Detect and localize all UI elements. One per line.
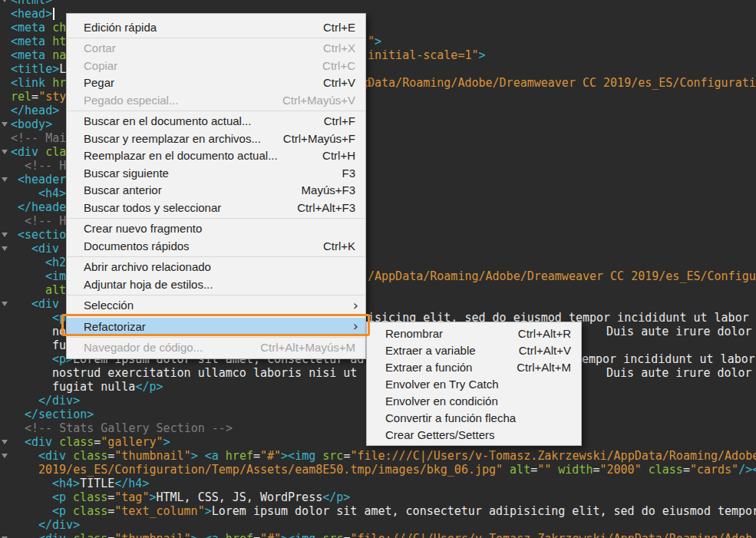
- refactor-submenu-item-renombrar[interactable]: RenombrarCtrl+Alt+R: [367, 325, 581, 342]
- menu-item-shortcut: Ctrl+C: [322, 59, 355, 72]
- code-string: "file:///C|/Users/v-Tomasz.Zakrzewski/Ap…: [350, 449, 756, 463]
- code-text: =: [253, 532, 260, 538]
- menu-item-label: Envolver en condición: [385, 394, 498, 408]
- menu-item-shortcut: Ctrl+Mayús+V: [282, 94, 355, 107]
- code-tag: </head>: [11, 104, 59, 117]
- menu-item-label: Adjuntar hoja de estilos...: [84, 278, 213, 291]
- code-tag: > <a: [191, 532, 226, 538]
- code-string: "file:///C|/Users/v-Tomasz.Zakrzewski/Ap…: [350, 532, 752, 538]
- context-menu-item-buscar-todos-y-seleccionar[interactable]: Buscar todos y seleccionarCtrl+Alt+F3: [67, 199, 365, 216]
- menu-separator: [68, 256, 365, 257]
- context-menu-item-buscar-anterior[interactable]: Buscar anteriorMayús+F3: [67, 182, 365, 200]
- menu-item-shortcut: Mayús+F3: [302, 183, 355, 196]
- menu-item-label: Edición rápida: [84, 21, 157, 34]
- code-text: =: [530, 463, 537, 477]
- code-tag: </div>: [38, 518, 80, 532]
- menu-separator: [68, 315, 365, 316]
- menu-item-label: Crear nuevo fragmento: [84, 222, 202, 235]
- code-fold-toggle-icon[interactable]: [2, 302, 8, 306]
- code-line: <!-- Stats Gallery Section -->: [25, 421, 233, 435]
- code-text: Lorem ipsum dolor sit amet, consectetur …: [212, 504, 756, 518]
- context-menu-item-edicion-rapida[interactable]: Edición rápidaCtrl+E: [67, 18, 365, 36]
- code-string: "": [537, 463, 551, 477]
- refactor-submenu-item-envolver-en-condicion[interactable]: Envolver en condición: [367, 392, 581, 409]
- code-tag: </div>: [38, 394, 80, 408]
- code-fold-toggle-icon[interactable]: [2, 440, 8, 444]
- code-string: /AppData/Roaming/Adobe/Dreamweaver CC 20…: [368, 269, 756, 283]
- code-tag: <p: [52, 490, 73, 504]
- code-line: </head>: [11, 104, 59, 117]
- code-line: <div class="gallery">: [25, 435, 170, 449]
- code-line: <h4>TITLE</h4>: [52, 477, 149, 490]
- code-line: <div class="thumbnail"> <a href="#"><img…: [38, 449, 756, 463]
- menu-item-shortcut: Ctrl+Alt+R: [518, 327, 571, 340]
- code-attribute: class: [73, 490, 107, 504]
- refactor-submenu-item-envolver-en-try-catch[interactable]: Envolver en Try Catch: [367, 375, 581, 392]
- menu-item-label: Extraer a variable: [385, 344, 476, 357]
- menu-item-label: Buscar siguiente: [84, 167, 169, 180]
- code-string: initial-scale=1": [368, 48, 479, 62]
- refactor-submenu-item-crear-getters-setters[interactable]: Crear Getters/Setters: [367, 426, 581, 443]
- code-fold-toggle-icon[interactable]: [2, 150, 8, 154]
- menu-item-shortcut: Ctrl+Alt+Mayús+M: [260, 341, 355, 354]
- code-attribute: class: [59, 435, 94, 449]
- context-menu-item-buscar-siguiente[interactable]: Buscar siguienteF3: [67, 164, 365, 182]
- code-tag: /><: [738, 463, 756, 477]
- refactor-submenu-item-extraer-a-funcion[interactable]: Extraer a funciónCtrl+Alt+M: [367, 358, 581, 375]
- menu-item-shortcut: Ctrl+Alt+V: [519, 344, 571, 357]
- code-tag: <div: [25, 435, 59, 449]
- code-text: empor incididunt ut labor: [582, 352, 755, 366]
- code-text: Duis aute irure dolor in: [606, 325, 756, 338]
- code-fold-toggle-icon[interactable]: [2, 454, 8, 458]
- code-fold-toggle-icon[interactable]: [2, 177, 8, 182]
- context-menu-item-cortar: CortarCtrl+X: [67, 40, 365, 58]
- code-text: =: [593, 463, 599, 477]
- code-text: =: [107, 532, 114, 538]
- code-fold-toggle-icon[interactable]: [2, 122, 8, 127]
- code-line: Data/Roaming/Adobe/Dreamweaver CC 2019/e…: [368, 76, 756, 90]
- code-tag: > <a: [191, 449, 226, 463]
- menu-separator: [68, 337, 365, 338]
- context-menu-item-crear-nuevo-fragmento[interactable]: Crear nuevo fragmento: [67, 220, 365, 238]
- code-tag: </p>: [135, 380, 163, 394]
- context-menu-item-seleccion[interactable]: Selección›: [67, 297, 365, 315]
- code-attribute: class: [649, 463, 683, 477]
- context-menu-item-reemplazar-en-el-documento-actual[interactable]: Reemplazar en el documento actual...Ctrl…: [67, 147, 365, 165]
- code-text: [551, 463, 558, 477]
- code-string: "thumbnail": [114, 449, 190, 463]
- code-line: initial-scale=1">: [368, 48, 486, 62]
- menu-separator: [68, 218, 365, 219]
- menu-item-label: Buscar anterior: [84, 183, 162, 196]
- menu-item-label: Documentos rápidos: [84, 239, 190, 252]
- code-text: =: [683, 463, 690, 477]
- context-menu-item-refactorizar[interactable]: Refactorizar›: [67, 318, 365, 335]
- context-menu-item-documentos-rapidos[interactable]: Documentos rápidosCtrl+K: [67, 237, 365, 255]
- code-attribute: rel: [11, 90, 31, 104]
- code-fold-toggle-icon[interactable]: [2, 246, 8, 251]
- code-tag: <p: [52, 504, 73, 518]
- context-menu-item-adjuntar-hoja-de-estilos[interactable]: Adjuntar hoja de estilos...: [67, 276, 365, 293]
- refactor-submenu-item-extraer-a-variable[interactable]: Extraer a variableCtrl+Alt+V: [367, 342, 581, 358]
- code-line: /AppData/Roaming/Adobe/Dreamweaver CC 20…: [368, 269, 756, 283]
- code-tag: >: [479, 48, 486, 62]
- code-line: empor incididunt ut labor: [582, 352, 755, 366]
- code-fold-toggle-icon[interactable]: [2, 0, 8, 2]
- code-string: "2000": [600, 463, 642, 477]
- menu-item-label: Cortar: [84, 41, 116, 54]
- menu-item-label: Extraer a función: [385, 361, 472, 374]
- code-line: fugiat nulla</p>: [52, 380, 163, 394]
- code-attribute: href: [226, 449, 253, 463]
- code-tag: <title>: [11, 62, 59, 76]
- context-menu-item-buscar-en-el-documento-actual[interactable]: Buscar en el documento actual...Ctrl+F: [67, 113, 365, 130]
- refactor-submenu-item-convertir-a-funcion-flecha[interactable]: Convertir a función flecha: [367, 409, 581, 426]
- code-text: fugiat nulla: [52, 380, 135, 394]
- code-fold-toggle-icon[interactable]: [2, 233, 8, 237]
- context-menu-item-buscar-y-reemplazar-en-archivos[interactable]: Buscar y reemplazar en archivos...Ctrl+M…: [67, 130, 365, 147]
- code-tag: <head>: [11, 7, 52, 21]
- code-line: <head>: [11, 7, 52, 21]
- code-tag: <meta: [11, 48, 52, 62]
- context-menu-item-pegar[interactable]: PegarCtrl+V: [67, 74, 365, 92]
- code-attribute: class: [73, 449, 107, 463]
- code-text: =: [107, 504, 114, 518]
- context-menu-item-abrir-archivo-relacionado[interactable]: Abrir archivo relacionado: [67, 259, 365, 276]
